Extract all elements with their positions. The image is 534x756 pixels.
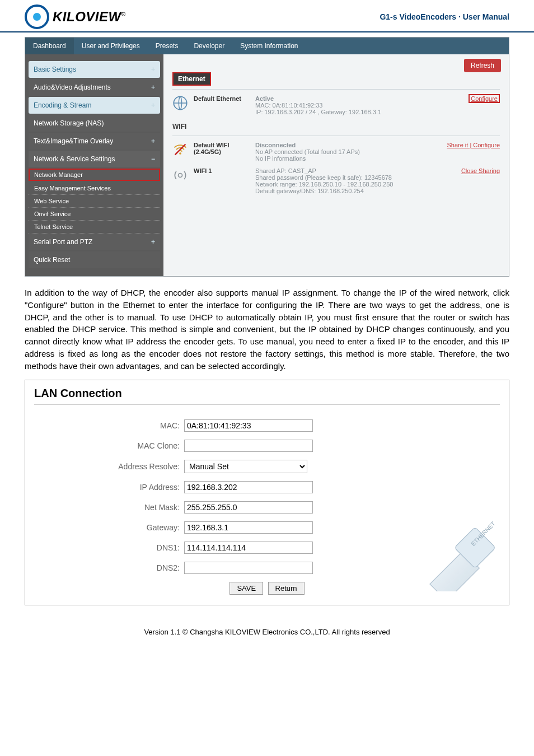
ap-row: WIFI 1 Shared AP: CAST_AP Shared passwor… [172, 167, 500, 194]
expand-icon: + [151, 137, 155, 145]
lan-form: LAN Connection MAC: MAC Clone: Address R… [25, 380, 509, 605]
sidebar-item-basic[interactable]: Basic Settings+ [29, 61, 160, 78]
wifi-row: Default WIFI (2.4G/5G) Disconnected No A… [172, 142, 500, 162]
wifi-note: No AP connected (Total found 17 APs) [255, 148, 433, 155]
sidebar-sub-easy[interactable]: Easy Management Services [29, 182, 160, 195]
ui-screenshot: Dashboard User and Privileges Presets De… [25, 37, 509, 277]
doc-title: G1-s VideoEncoders · User Manual [380, 12, 509, 21]
tab-sysinfo[interactable]: System Information [232, 38, 306, 54]
mac-field[interactable] [184, 419, 313, 432]
sidebar-item-serial[interactable]: Serial Port and PTZ+ [29, 234, 160, 250]
eth-name: Default Ethernet [194, 95, 255, 102]
save-button[interactable]: SAVE [229, 582, 263, 595]
collapse-icon: − [151, 155, 155, 163]
sidebar-sub-netmgr[interactable]: Network Manager [29, 169, 160, 181]
sidebar-sub-onvif[interactable]: Onvif Service [29, 208, 160, 221]
mac-label: MAC: [34, 421, 184, 430]
resolve-label: Address Resolve: [34, 462, 184, 471]
wifi-ip: No IP informations [255, 155, 433, 162]
sidebar-sub-web[interactable]: Web Service [29, 195, 160, 208]
macclone-label: MAC Clone: [34, 441, 184, 450]
sidebar-label: Quick Reset [34, 256, 70, 264]
logo-text: KILOVIEW® [53, 9, 126, 25]
sidebar: Basic Settings+ Audio&Video Adjustments+… [25, 54, 163, 276]
eth-status: Active [255, 95, 433, 102]
eth-ip: IP: 192.168.3.202 / 24 , Gateway: 192.16… [255, 109, 433, 115]
dns1-label: DNS1: [34, 543, 184, 552]
sidebar-label: Basic Settings [34, 66, 76, 73]
svg-point-1 [179, 152, 181, 155]
sidebar-item-network[interactable]: Network & Service Settings− [29, 151, 160, 167]
wifi-action-link[interactable]: Share it | Configure [447, 142, 500, 148]
dns2-field[interactable] [184, 562, 313, 574]
ap-action-link[interactable]: Close Sharing [461, 167, 500, 174]
dns1-field[interactable] [184, 542, 313, 554]
eth-mac: MAC: 0A:81:10:41:92:33 [255, 102, 433, 109]
ap-line4: Default gateway/DNS: 192.168.250.254 [255, 188, 433, 194]
expand-icon: + [151, 238, 155, 246]
expand-icon: + [151, 83, 155, 91]
globe-icon [172, 95, 188, 111]
wifi-section-label: WIFI [172, 121, 191, 132]
ap-name: WIFI 1 [194, 167, 255, 174]
tab-presets[interactable]: Presets [148, 38, 186, 54]
tab-users[interactable]: User and Privileges [74, 38, 148, 54]
body-paragraph: In addition to the way of DHCP, the enco… [25, 287, 509, 372]
ethernet-row: Default Ethernet Active MAC: 0A:81:10:41… [172, 95, 500, 115]
sidebar-label: Network & Service Settings [34, 155, 115, 163]
ap-icon [172, 167, 188, 183]
footer-text: Version 1.1 © Changsha KILOVIEW Electron… [0, 628, 534, 636]
ap-line1: Shared AP: CAST_AP [255, 167, 433, 174]
sidebar-item-encoding[interactable]: Encoding & Stream+ [29, 97, 160, 114]
wifi-status: Disconnected [255, 142, 433, 148]
svg-point-3 [179, 174, 182, 178]
logo-icon [25, 4, 49, 29]
ip-label: IP Address: [34, 483, 184, 492]
sidebar-item-nas[interactable]: Network Storage (NAS) [29, 115, 160, 132]
refresh-button[interactable]: Refresh [464, 59, 501, 72]
expand-icon: + [151, 66, 155, 73]
sidebar-label: Serial Port and PTZ [34, 238, 92, 246]
resolve-select[interactable]: Manual Set [184, 460, 307, 473]
wifi-icon [172, 142, 188, 157]
mask-label: Net Mask: [34, 503, 184, 512]
ap-line3: Network range: 192.168.250.10 - 192.168.… [255, 181, 433, 188]
mask-field[interactable] [184, 501, 313, 514]
top-tabbar: Dashboard User and Privileges Presets De… [25, 38, 509, 54]
tab-developer[interactable]: Developer [186, 38, 232, 54]
tab-dashboard[interactable]: Dashboard [25, 38, 74, 54]
sidebar-sub-telnet[interactable]: Telnet Service [29, 221, 160, 234]
ethernet-cable-icon: ETHERNET [423, 519, 495, 591]
sidebar-label: Text&Image&Time Overlay [34, 137, 113, 145]
expand-icon: + [151, 101, 155, 109]
dns2-label: DNS2: [34, 563, 184, 572]
sidebar-item-av[interactable]: Audio&Video Adjustments+ [29, 79, 160, 96]
ethernet-section-label: Ethernet [172, 72, 211, 86]
form-title: LAN Connection [34, 387, 500, 400]
sidebar-label: Encoding & Stream [34, 101, 91, 109]
sidebar-item-overlay[interactable]: Text&Image&Time Overlay+ [29, 133, 160, 150]
page-header: KILOVIEW® G1-s VideoEncoders · User Manu… [0, 0, 534, 32]
brand-logo: KILOVIEW® [25, 4, 126, 29]
eth-configure-link[interactable]: Configure [469, 94, 500, 103]
content-pane: Refresh Ethernet Default Ethernet Active… [163, 54, 509, 276]
macclone-field[interactable] [184, 440, 313, 452]
ip-field[interactable] [184, 481, 313, 493]
gw-label: Gateway: [34, 523, 184, 532]
ap-line2: Shared password (Please keep it safe): 1… [255, 174, 433, 181]
sidebar-item-quick[interactable]: Quick Reset [29, 251, 160, 268]
sidebar-label: Audio&Video Adjustments [34, 83, 111, 91]
sidebar-label: Network Storage (NAS) [34, 119, 104, 127]
return-button[interactable]: Return [268, 582, 305, 595]
gw-field[interactable] [184, 521, 313, 534]
wifi-name: Default WIFI (2.4G/5G) [194, 142, 255, 155]
